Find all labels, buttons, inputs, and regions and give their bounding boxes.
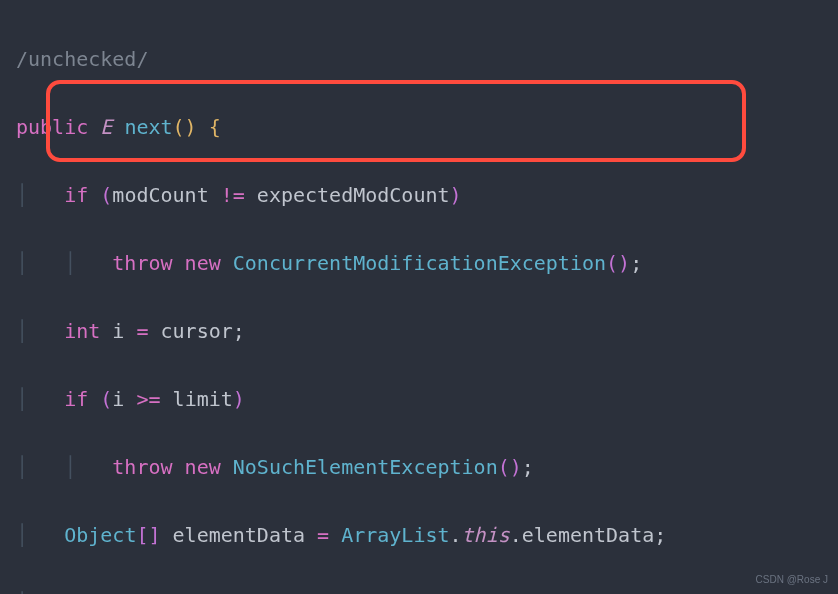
- expr: i: [112, 387, 136, 411]
- keyword-int: int: [64, 319, 100, 343]
- operator: !=: [221, 183, 245, 207]
- keyword-new: new: [185, 251, 221, 275]
- expr: limit: [161, 387, 233, 411]
- paren: (): [498, 455, 522, 479]
- dot: .: [450, 523, 462, 547]
- operator: >=: [136, 387, 160, 411]
- keyword-throw: throw: [112, 251, 172, 275]
- semicolon: ;: [233, 319, 245, 343]
- paren: (: [100, 183, 112, 207]
- code-line: │ int i = cursor;: [16, 314, 822, 348]
- class-name: Object: [64, 523, 136, 547]
- semicolon: ;: [654, 523, 666, 547]
- identifier: expectedModCount: [245, 183, 450, 207]
- keyword-if: if: [64, 387, 88, 411]
- identifier: i: [100, 319, 136, 343]
- keyword-throw: throw: [112, 455, 172, 479]
- comment: /unchecked/: [16, 47, 148, 71]
- paren: (): [606, 251, 630, 275]
- brackets: []: [136, 523, 160, 547]
- operator: =: [317, 523, 329, 547]
- code-line: │ │ throw new NoSuchElementException();: [16, 450, 822, 484]
- method-name: next: [124, 115, 172, 139]
- code-line: public E next() {: [16, 110, 822, 144]
- keyword-if: if: [64, 183, 88, 207]
- semicolon: ;: [630, 251, 642, 275]
- identifier: elementData: [161, 523, 318, 547]
- class-name: ArrayList: [341, 523, 449, 547]
- identifier: modCount: [112, 183, 220, 207]
- code-line: │ │ throw new ConcurrentModificationExce…: [16, 246, 822, 280]
- operator: =: [136, 319, 148, 343]
- brace: {: [209, 115, 221, 139]
- identifier: cursor: [148, 319, 232, 343]
- paren: ): [233, 387, 245, 411]
- code-line: │ Object[] elementData = ArrayList.this.…: [16, 518, 822, 552]
- class-name: ConcurrentModificationException: [233, 251, 606, 275]
- paren: (): [173, 115, 197, 139]
- code-line: /unchecked/: [16, 42, 822, 76]
- identifier: .elementData: [510, 523, 655, 547]
- paren: ): [450, 183, 462, 207]
- code-line: │ if (modCount != expectedModCount): [16, 178, 822, 212]
- watermark: CSDN @Rose J: [756, 571, 828, 588]
- code-line: │ if (i >= elementData.length): [16, 586, 822, 594]
- return-type: E: [100, 115, 112, 139]
- class-name: NoSuchElementException: [233, 455, 498, 479]
- code-line: │ if (i >= limit): [16, 382, 822, 416]
- code-block: /unchecked/ public E next() { │ if (modC…: [0, 0, 838, 594]
- keyword-this: this: [462, 523, 510, 547]
- semicolon: ;: [522, 455, 534, 479]
- keyword-public: public: [16, 115, 88, 139]
- paren: (: [100, 387, 112, 411]
- keyword-new: new: [185, 455, 221, 479]
